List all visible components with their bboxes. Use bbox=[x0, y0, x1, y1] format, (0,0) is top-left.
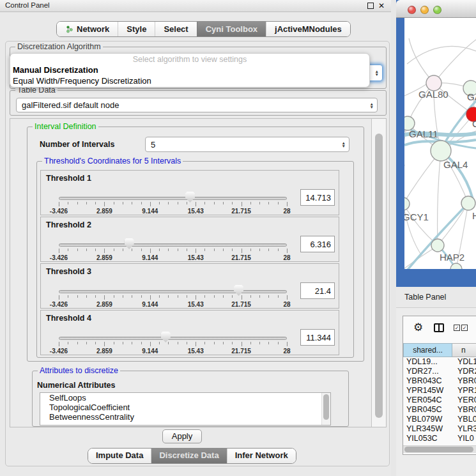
table-data-combobox[interactable]: galFiltered.sif default node ▲ ▼ bbox=[16, 98, 378, 112]
tab-cyni-toolbox[interactable]: Cyni Toolbox bbox=[197, 22, 266, 36]
slider-tick bbox=[104, 295, 105, 300]
column-header[interactable]: shared... bbox=[403, 343, 452, 357]
mac-zoom-button[interactable] bbox=[433, 6, 441, 14]
slider-tick bbox=[141, 295, 142, 298]
table-cell[interactable]: YBL0 bbox=[452, 415, 476, 424]
table-cell[interactable]: YDR2 bbox=[452, 367, 476, 376]
table-cell[interactable]: YER0 bbox=[452, 395, 476, 405]
threshold-value-field[interactable] bbox=[300, 236, 335, 252]
cyni-toolbox-panel: Discretization Algorithm ▲ ▼ Select algo… bbox=[5, 41, 390, 466]
combo-stepper-icon[interactable]: ▲ ▼ bbox=[342, 141, 346, 148]
combo-stepper-icon[interactable]: ▲ ▼ bbox=[370, 102, 374, 109]
table-horizontal-scrollbar[interactable] bbox=[403, 445, 476, 453]
slider-tick bbox=[204, 342, 205, 344]
slider-thumb[interactable] bbox=[125, 238, 134, 249]
slider-tick bbox=[132, 202, 132, 204]
table-cell[interactable]: YDL1 bbox=[452, 357, 476, 367]
table-cell[interactable]: YBL079W bbox=[403, 415, 452, 424]
checkbox-icon[interactable]: ✓ bbox=[454, 325, 460, 331]
table-cell[interactable]: YDR27... bbox=[403, 367, 452, 376]
table-row[interactable]: YPR145WYPR1 bbox=[403, 386, 476, 395]
slider-track[interactable] bbox=[59, 197, 287, 200]
algorithm-option[interactable]: Manual Discretization bbox=[10, 65, 369, 76]
table-row[interactable]: YBR045CYBR0 bbox=[403, 405, 476, 415]
algorithm-option[interactable]: Equal Width/Frequency Discretization bbox=[10, 76, 369, 87]
mac-minimize-button[interactable] bbox=[420, 6, 429, 14]
table-cell[interactable]: YBR043C bbox=[403, 376, 452, 386]
threshold-value-field[interactable] bbox=[300, 329, 335, 346]
panel-title: Table Panel bbox=[404, 293, 446, 302]
slider-thumb[interactable] bbox=[161, 332, 171, 342]
list-item[interactable]: BetweennessCentrality bbox=[40, 412, 330, 422]
stepper-down-icon[interactable]: ▼ bbox=[375, 73, 379, 76]
stepper-down-icon[interactable]: ▼ bbox=[342, 144, 346, 148]
apply-button[interactable]: Apply bbox=[162, 429, 202, 443]
threshold-slider[interactable]: -3.4262.8599.14415.4321.71528 bbox=[59, 332, 287, 355]
columns-icon[interactable] bbox=[434, 323, 444, 332]
numerical-attributes-list[interactable]: SelfLoopsTopologicalCoefficientBetweenne… bbox=[40, 392, 331, 426]
table-cell[interactable]: YLR345W bbox=[403, 424, 452, 434]
stepper-down-icon[interactable]: ▼ bbox=[370, 105, 374, 109]
mac-close-button[interactable] bbox=[408, 6, 416, 14]
threshold-value-field[interactable] bbox=[300, 189, 335, 206]
slider-track[interactable] bbox=[59, 337, 287, 340]
close-icon[interactable]: ✕ bbox=[378, 1, 385, 10]
table-cell[interactable]: YIL0 bbox=[452, 434, 476, 443]
slider-thumb[interactable] bbox=[234, 285, 243, 296]
tab-style[interactable]: Style bbox=[118, 22, 155, 36]
tab-jactivemnodules[interactable]: jActiveMNodules bbox=[266, 22, 350, 36]
scrollbar-thumb[interactable] bbox=[375, 134, 383, 418]
network-node[interactable] bbox=[431, 141, 451, 161]
table-cell[interactable]: YPR1 bbox=[452, 386, 476, 395]
scrollbar-thumb[interactable] bbox=[323, 394, 329, 420]
slider-tick bbox=[95, 202, 96, 204]
table-row[interactable]: YIL053CYIL0 bbox=[403, 434, 476, 443]
table-row[interactable]: YDL19...YDL1 bbox=[403, 357, 476, 367]
slider-track[interactable] bbox=[59, 243, 287, 247]
table-cell[interactable]: YIL053C bbox=[403, 434, 452, 443]
table-cell[interactable]: YBR045C bbox=[403, 405, 452, 415]
scrollbar-thumb[interactable] bbox=[404, 447, 473, 452]
network-canvas[interactable]: GAL80GACGAL11GAL4GCY1HHAP2 bbox=[404, 18, 476, 269]
table-row[interactable]: YER054CYER0 bbox=[403, 395, 476, 405]
table-cell[interactable]: YDL19... bbox=[403, 357, 452, 367]
checkbox-icon[interactable]: ✓ bbox=[461, 325, 468, 331]
tab-select[interactable]: Select bbox=[155, 22, 196, 36]
number-of-intervals-combobox[interactable]: 5 ▲ ▼ bbox=[145, 137, 349, 152]
table-cell[interactable]: YBR0 bbox=[452, 405, 476, 415]
table-row[interactable]: YLR345WYLR3 bbox=[403, 424, 476, 434]
tab-impute-data[interactable]: Impute Data bbox=[88, 449, 151, 463]
network-node[interactable] bbox=[404, 197, 410, 210]
slider-thumb[interactable] bbox=[185, 192, 195, 203]
network-window-titlebar[interactable] bbox=[396, 0, 476, 18]
slider-tick-labels: -3.4262.8599.14415.4321.71528 bbox=[59, 301, 287, 308]
network-node[interactable] bbox=[461, 196, 475, 210]
threshold-slider[interactable]: -3.4262.8599.14415.4321.71528 bbox=[59, 238, 287, 261]
network-edge[interactable] bbox=[404, 204, 438, 245]
network-node[interactable] bbox=[431, 239, 444, 252]
column-header[interactable]: n bbox=[452, 343, 476, 357]
network-edge[interactable] bbox=[407, 46, 476, 64]
tab-infer-network[interactable]: Infer Network bbox=[227, 449, 296, 463]
slider-track[interactable] bbox=[59, 290, 287, 293]
table-row[interactable]: YDR27...YDR2 bbox=[403, 367, 476, 376]
table-cell[interactable]: YPR145W bbox=[403, 386, 452, 395]
tab-network[interactable]: Network bbox=[57, 22, 118, 36]
threshold-label: Threshold 2 bbox=[46, 220, 91, 229]
combo-stepper-icon[interactable]: ▲ ▼ bbox=[375, 70, 379, 76]
table-cell[interactable]: YLR3 bbox=[452, 424, 476, 434]
float-window-icon[interactable] bbox=[367, 3, 374, 9]
list-item[interactable]: TopologicalCoefficient bbox=[40, 403, 330, 412]
tab-discretize-data[interactable]: Discretize Data bbox=[151, 449, 226, 463]
threshold-slider[interactable]: -3.4262.8599.14415.4321.71528 bbox=[59, 285, 287, 308]
threshold-slider[interactable]: -3.4262.8599.14415.4321.71528 bbox=[59, 192, 287, 215]
list-item[interactable]: SelfLoops bbox=[40, 393, 330, 403]
gear-icon[interactable]: ⚙ bbox=[413, 321, 423, 334]
list-vertical-scrollbar[interactable] bbox=[321, 393, 330, 425]
table-cell[interactable]: YER054C bbox=[403, 395, 452, 405]
table-cell[interactable]: YBR0 bbox=[452, 376, 476, 386]
table-row[interactable]: YBL079WYBL0 bbox=[403, 415, 476, 424]
panel-vertical-scrollbar[interactable] bbox=[371, 119, 386, 427]
table-row[interactable]: YBR043CYBR0 bbox=[403, 376, 476, 386]
threshold-value-field[interactable] bbox=[300, 282, 335, 299]
